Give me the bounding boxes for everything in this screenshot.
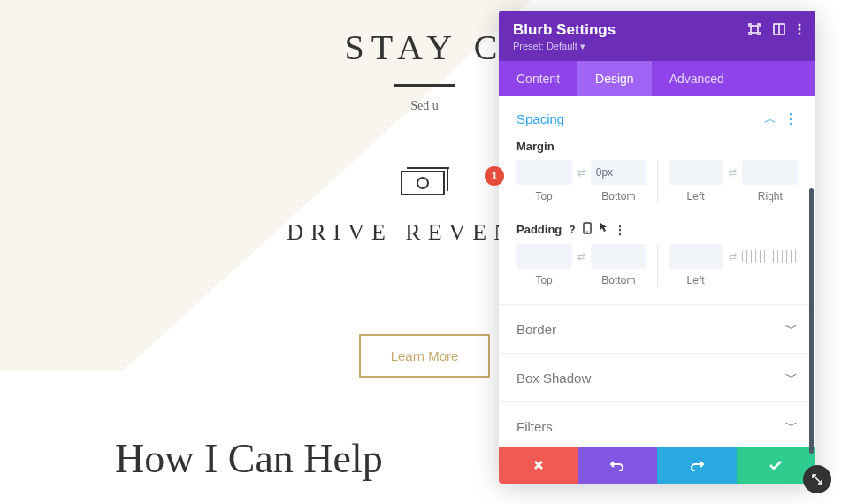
svg-rect-0	[402, 172, 444, 195]
chevron-down-icon: ﹀	[785, 418, 798, 434]
panel-tabs: Content Design Advanced	[499, 61, 815, 96]
svg-rect-4	[751, 26, 758, 33]
padding-right-slider[interactable]	[742, 250, 798, 263]
panel-body: Spacing ︿ ⋮ Margin ⇄ Top	[499, 96, 815, 447]
svg-point-8	[799, 28, 801, 31]
margin-left-input[interactable]	[669, 160, 724, 185]
padding-group: Padding ? ⋮ ⇄ Top	[499, 217, 815, 301]
margin-group: Margin ⇄ Top Bottom	[499, 134, 815, 217]
accordion-spacing[interactable]: Spacing ︿ ⋮	[499, 96, 815, 134]
link-icon[interactable]: ⇄	[576, 251, 587, 263]
svg-point-1	[417, 178, 428, 188]
margin-bottom-input[interactable]	[591, 160, 646, 185]
help-icon[interactable]: ?	[569, 224, 575, 236]
panel-title: Blurb Settings	[513, 21, 616, 39]
panel-scrollbar[interactable]	[809, 188, 814, 454]
redo-button[interactable]	[657, 447, 737, 484]
cancel-button[interactable]	[499, 447, 578, 484]
margin-right-input[interactable]	[742, 160, 798, 185]
undo-button[interactable]	[578, 447, 658, 484]
svg-point-11	[586, 231, 588, 233]
margin-top-input[interactable]	[516, 160, 572, 185]
padding-top-input[interactable]	[516, 244, 572, 269]
expand-icon[interactable]	[748, 23, 761, 39]
padding-bottom-input[interactable]	[591, 244, 646, 269]
separator	[499, 353, 815, 354]
padding-right-label	[743, 274, 798, 286]
learn-more-button[interactable]: Learn More	[359, 334, 491, 378]
link-icon[interactable]: ⇄	[727, 167, 738, 179]
annotation-callout-1: 1	[485, 166, 504, 186]
hover-icon[interactable]	[599, 222, 608, 237]
separator	[499, 401, 815, 402]
chevron-down-icon: ﹀	[785, 370, 798, 386]
accordion-border[interactable]: Border ﹀	[499, 309, 815, 349]
accordion-title: Spacing	[516, 111, 564, 126]
tab-design[interactable]: Design	[577, 61, 652, 96]
padding-left-label: Left	[669, 274, 723, 286]
chevron-down-icon: ﹀	[785, 321, 798, 337]
svg-point-9	[799, 33, 801, 35]
accordion-box-shadow[interactable]: Box Shadow ﹀	[499, 357, 815, 398]
responsive-icon[interactable]	[583, 222, 592, 237]
link-icon[interactable]: ⇄	[576, 167, 587, 179]
margin-bottom-label: Bottom	[591, 190, 646, 202]
settings-panel: Blurb Settings Preset: Default ▾ Content…	[499, 11, 815, 484]
margin-top-label: Top	[516, 190, 571, 202]
padding-label: Padding ? ⋮	[516, 222, 798, 237]
svg-line-14	[813, 475, 822, 484]
tab-advanced[interactable]: Advanced	[652, 61, 742, 96]
svg-point-7	[799, 24, 801, 27]
padding-left-input[interactable]	[669, 244, 724, 269]
separator	[499, 304, 815, 305]
chevron-up-icon: ︿	[764, 111, 776, 127]
hero-divider	[394, 84, 455, 87]
margin-label: Margin	[516, 140, 798, 153]
snap-icon[interactable]	[773, 23, 785, 39]
margin-right-label: Right	[743, 190, 798, 202]
accordion-filters[interactable]: Filters ﹀	[499, 406, 815, 447]
tab-content[interactable]: Content	[499, 61, 577, 96]
field-divider	[657, 244, 658, 286]
resize-handle[interactable]	[803, 465, 831, 493]
padding-bottom-label: Bottom	[591, 274, 646, 286]
section-more-icon[interactable]: ⋮	[784, 111, 798, 127]
panel-footer	[499, 447, 815, 484]
link-icon[interactable]: ⇄	[727, 251, 738, 263]
more-icon[interactable]	[798, 23, 801, 39]
field-divider	[657, 160, 658, 202]
more-options-icon[interactable]: ⋮	[615, 224, 625, 236]
preset-dropdown[interactable]: Preset: Default ▾	[513, 41, 616, 52]
margin-left-label: Left	[669, 190, 723, 202]
padding-top-label: Top	[516, 274, 571, 286]
panel-header[interactable]: Blurb Settings Preset: Default ▾	[499, 11, 815, 61]
